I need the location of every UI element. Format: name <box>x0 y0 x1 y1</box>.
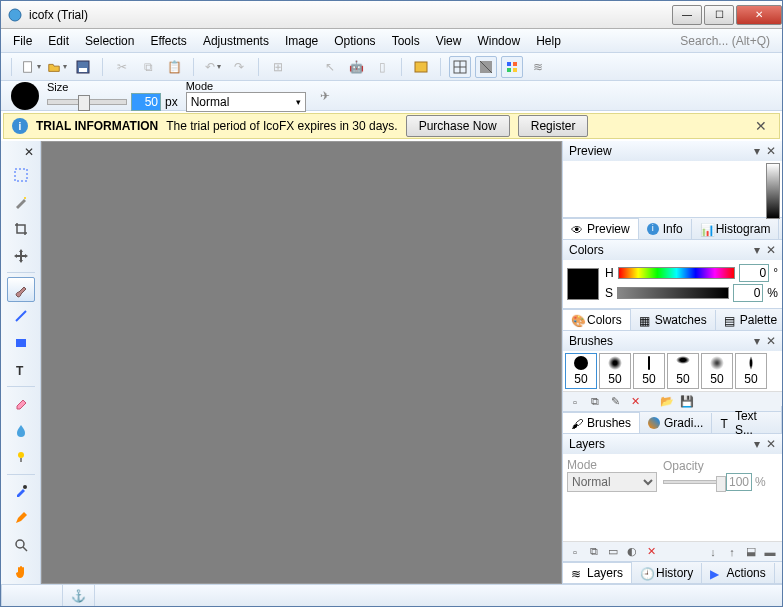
menu-window[interactable]: Window <box>469 31 528 51</box>
brush-preset-4[interactable]: 50 <box>667 353 699 389</box>
collapse-icon[interactable]: ▾ <box>754 243 760 257</box>
panel-close-icon[interactable]: ✕ <box>766 334 776 348</box>
tab-layers[interactable]: ≋Layers <box>563 562 632 583</box>
hue-slider[interactable] <box>618 267 736 279</box>
brush-preset-3[interactable]: 50 <box>633 353 665 389</box>
sat-slider[interactable] <box>617 287 729 299</box>
layers-icon[interactable]: ≋ <box>527 56 549 78</box>
menu-help[interactable]: Help <box>528 31 569 51</box>
tab-palette[interactable]: ▤Palette <box>716 310 782 330</box>
windows-icon[interactable]: ⊞ <box>267 56 289 78</box>
new-button[interactable] <box>20 56 42 78</box>
collapse-icon[interactable]: ▾ <box>754 437 760 451</box>
collapse-icon[interactable]: ▾ <box>754 334 760 348</box>
tool-blur[interactable] <box>7 418 35 443</box>
new-brush-icon[interactable]: ▫ <box>567 394 583 410</box>
tab-brushes[interactable]: 🖌Brushes <box>563 412 640 433</box>
menu-view[interactable]: View <box>428 31 470 51</box>
apple-icon[interactable] <box>293 56 315 78</box>
layer-down-icon[interactable]: ↓ <box>705 544 721 560</box>
tab-histogram[interactable]: 📊Histogram <box>692 219 780 239</box>
size-input[interactable]: 50 <box>131 93 161 111</box>
panel-close-icon[interactable]: ✕ <box>766 437 776 451</box>
airbrush-icon[interactable]: ✈ <box>314 85 336 107</box>
merge-down-icon[interactable]: ⬓ <box>743 544 759 560</box>
brush-preset-5[interactable]: 50 <box>701 353 733 389</box>
open-button[interactable] <box>46 56 68 78</box>
tool-crop[interactable] <box>7 217 35 242</box>
image-button[interactable] <box>410 56 432 78</box>
menu-image[interactable]: Image <box>277 31 326 51</box>
panel-close-icon[interactable]: ✕ <box>766 144 776 158</box>
purchase-button[interactable]: Purchase Now <box>406 115 510 137</box>
tab-history[interactable]: 🕘History <box>632 563 702 583</box>
menu-selection[interactable]: Selection <box>77 31 142 51</box>
new-layer-icon[interactable]: ▫ <box>567 544 583 560</box>
layer-up-icon[interactable]: ↑ <box>724 544 740 560</box>
collapse-icon[interactable]: ▾ <box>754 144 760 158</box>
tool-eyedropper[interactable] <box>7 479 35 504</box>
tab-gradients[interactable]: Gradi... <box>640 413 712 433</box>
search-input[interactable]: Search... (Alt+Q) <box>672 31 778 51</box>
cursor-icon[interactable]: ↖ <box>319 56 341 78</box>
maximize-button[interactable]: ☐ <box>704 5 734 25</box>
color-swatch[interactable] <box>567 268 599 300</box>
tool-move[interactable] <box>7 243 35 268</box>
close-button[interactable]: ✕ <box>736 5 782 25</box>
tool-text[interactable]: T <box>7 358 35 383</box>
tool-brush[interactable] <box>7 277 35 302</box>
tab-swatches[interactable]: ▦Swatches <box>631 310 716 330</box>
mask-icon[interactable]: ◐ <box>624 544 640 560</box>
tool-marquee[interactable] <box>7 163 35 188</box>
android-icon[interactable]: 🤖 <box>345 56 367 78</box>
tool-pencil[interactable] <box>7 506 35 531</box>
copy-button[interactable]: ⧉ <box>137 56 159 78</box>
menu-effects[interactable]: Effects <box>142 31 194 51</box>
cut-button[interactable]: ✂ <box>111 56 133 78</box>
tool-light[interactable] <box>7 445 35 470</box>
tool-hand[interactable] <box>7 559 35 584</box>
hue-value[interactable]: 0 <box>739 264 769 282</box>
dup-layer-icon[interactable]: ⧉ <box>586 544 602 560</box>
open-brush-icon[interactable]: 📂 <box>659 394 675 410</box>
opacity-slider[interactable] <box>663 480 723 484</box>
trial-close-icon[interactable]: ✕ <box>751 118 771 134</box>
paste-button[interactable]: 📋 <box>163 56 185 78</box>
delete-brush-icon[interactable]: ✕ <box>627 394 643 410</box>
layer-mode-select[interactable]: Normal <box>567 472 657 492</box>
tab-info[interactable]: iInfo <box>639 219 692 239</box>
brush-preset-6[interactable]: 50 <box>735 353 767 389</box>
tab-preview[interactable]: 👁Preview <box>563 218 639 239</box>
size-slider[interactable] <box>47 99 127 105</box>
flatten-icon[interactable]: ▬ <box>762 544 778 560</box>
undo-button[interactable]: ↶ <box>202 56 224 78</box>
panel-close-icon[interactable]: ✕ <box>766 243 776 257</box>
minimize-button[interactable]: — <box>672 5 702 25</box>
new-group-icon[interactable]: ▭ <box>605 544 621 560</box>
menu-file[interactable]: File <box>5 31 40 51</box>
opacity-value[interactable]: 100 <box>726 473 752 491</box>
brush-preset-2[interactable]: 50 <box>599 353 631 389</box>
tab-actions[interactable]: ▶Actions <box>702 563 774 583</box>
tool-rectangle[interactable] <box>7 331 35 356</box>
tool-zoom[interactable] <box>7 532 35 557</box>
tool-line[interactable] <box>7 304 35 329</box>
redo-button[interactable]: ↷ <box>228 56 250 78</box>
brush-preset-1[interactable]: 50 <box>565 353 597 389</box>
delete-layer-icon[interactable]: ✕ <box>643 544 659 560</box>
sat-value[interactable]: 0 <box>733 284 763 302</box>
mode-select[interactable]: Normal <box>186 92 306 112</box>
register-button[interactable]: Register <box>518 115 589 137</box>
menu-edit[interactable]: Edit <box>40 31 77 51</box>
save-button[interactable] <box>72 56 94 78</box>
menu-tools[interactable]: Tools <box>384 31 428 51</box>
grid2-button[interactable] <box>475 56 497 78</box>
toolbox-close-icon[interactable]: ✕ <box>18 143 40 161</box>
save-brush-icon[interactable]: 💾 <box>679 394 695 410</box>
phone-icon[interactable]: ▯ <box>371 56 393 78</box>
canvas-area[interactable] <box>41 141 562 584</box>
grid1-button[interactable] <box>449 56 471 78</box>
tool-wand[interactable] <box>7 190 35 215</box>
menu-adjustments[interactable]: Adjustments <box>195 31 277 51</box>
grid3-button[interactable] <box>501 56 523 78</box>
